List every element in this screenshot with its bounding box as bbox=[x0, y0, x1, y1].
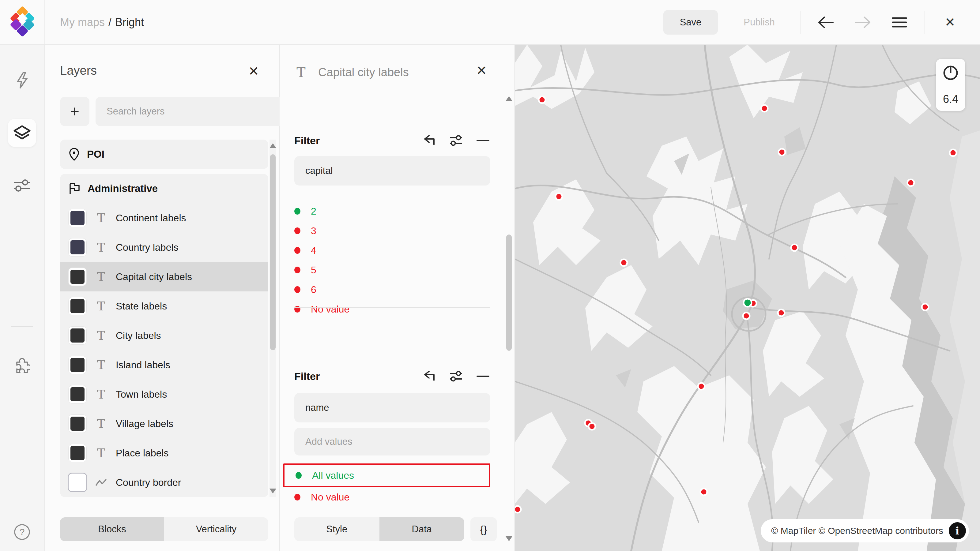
undo-arrow-icon[interactable] bbox=[814, 11, 838, 34]
filter-settings-icon[interactable] bbox=[449, 370, 463, 383]
layer-row[interactable]: TCity labels bbox=[60, 321, 268, 350]
quick-actions-button[interactable] bbox=[8, 66, 36, 94]
publish-button[interactable]: Publish bbox=[731, 10, 787, 35]
breadcrumb-my-maps[interactable]: My maps bbox=[60, 16, 105, 29]
layer-visibility-swatch[interactable] bbox=[68, 268, 86, 286]
layer-visibility-swatch[interactable] bbox=[68, 297, 86, 315]
layer-row[interactable]: TVillage labels bbox=[60, 409, 268, 438]
layer-group-poi[interactable]: POI bbox=[60, 140, 268, 169]
map-marker-red[interactable] bbox=[589, 423, 595, 430]
detail-panel-title: Capital city labels bbox=[318, 66, 409, 79]
filter-value-row[interactable]: 5 bbox=[283, 260, 490, 280]
layer-row[interactable]: Country border bbox=[60, 468, 268, 497]
layer-row[interactable]: TTown labels bbox=[60, 380, 268, 409]
layer-row[interactable]: TContinent labels bbox=[60, 203, 268, 233]
map-marker-red[interactable] bbox=[743, 313, 750, 319]
scroll-down-arrow[interactable] bbox=[506, 536, 512, 541]
layer-visibility-swatch[interactable] bbox=[68, 385, 86, 403]
redo-arrow-icon[interactable] bbox=[851, 11, 874, 34]
layer-visibility-swatch[interactable] bbox=[68, 444, 86, 462]
map-marker-red[interactable] bbox=[698, 383, 705, 390]
attribution-text[interactable]: © MapTiler © OpenStreetMap contributors bbox=[771, 526, 943, 536]
menu-icon[interactable] bbox=[888, 11, 911, 34]
save-button[interactable]: Save bbox=[663, 10, 718, 35]
filter-field-input[interactable] bbox=[294, 156, 490, 186]
layers-panel-button[interactable] bbox=[8, 119, 36, 147]
filter-value-row[interactable]: 2 bbox=[283, 202, 490, 221]
value-dot bbox=[294, 247, 301, 254]
breadcrumb-separator: / bbox=[108, 16, 111, 29]
detail-panel-close-icon[interactable]: ✕ bbox=[476, 64, 487, 77]
layer-row[interactable]: TCountry labels bbox=[60, 233, 268, 262]
add-layer-button[interactable]: + bbox=[60, 97, 89, 126]
filter-value-row[interactable]: 6 bbox=[283, 280, 490, 299]
map-marker-red[interactable] bbox=[922, 304, 929, 310]
scroll-up-arrow[interactable] bbox=[269, 143, 276, 148]
layer-row[interactable]: TCapital city labels bbox=[60, 262, 268, 291]
filter-value-row[interactable]: 3 bbox=[283, 221, 490, 241]
layer-visibility-swatch[interactable] bbox=[68, 473, 86, 491]
layers-panel-close-icon[interactable]: ✕ bbox=[248, 65, 259, 78]
map-marker-red[interactable] bbox=[778, 310, 784, 316]
tab-blocks[interactable]: Blocks bbox=[60, 517, 164, 541]
filter-value-row[interactable]: All values bbox=[283, 464, 490, 487]
top-bar: My maps / Bright Save Publish ✕ bbox=[0, 0, 980, 45]
plugins-button[interactable] bbox=[8, 351, 36, 379]
layer-visibility-swatch[interactable] bbox=[68, 209, 86, 227]
layers-scrollbar[interactable] bbox=[269, 140, 276, 497]
remove-filter-icon[interactable] bbox=[476, 134, 490, 147]
reset-filter-icon[interactable] bbox=[422, 134, 436, 147]
maptiler-logo[interactable] bbox=[0, 0, 45, 44]
layer-visibility-swatch[interactable] bbox=[68, 238, 86, 256]
map-marker-red[interactable] bbox=[950, 149, 956, 156]
layer-visibility-swatch[interactable] bbox=[68, 415, 86, 432]
map-marker-red[interactable] bbox=[778, 149, 785, 156]
map-render bbox=[515, 45, 980, 551]
layer-row[interactable]: TIsland labels bbox=[60, 350, 268, 380]
filter-settings-icon[interactable] bbox=[449, 134, 463, 147]
info-icon[interactable]: i bbox=[949, 522, 966, 539]
map-zoom-control[interactable]: 6.4 bbox=[936, 59, 965, 111]
json-editor-button[interactable]: {} bbox=[470, 517, 497, 541]
scroll-up-arrow[interactable] bbox=[506, 96, 512, 101]
tab-data[interactable]: Data bbox=[379, 517, 465, 541]
settings-panel-button[interactable] bbox=[8, 171, 36, 200]
map-marker-red[interactable] bbox=[515, 506, 521, 513]
map-marker-red[interactable] bbox=[907, 179, 914, 186]
topbar-divider bbox=[800, 11, 801, 34]
filter-value-row[interactable]: 4 bbox=[283, 241, 490, 260]
close-editor-icon[interactable]: ✕ bbox=[939, 11, 962, 34]
administrative-group-header[interactable]: Administrative bbox=[60, 174, 268, 203]
scroll-down-arrow[interactable] bbox=[269, 489, 276, 494]
map-marker-red[interactable] bbox=[620, 259, 627, 266]
map-marker-red[interactable] bbox=[555, 193, 562, 200]
layer-row[interactable]: TPlace labels bbox=[60, 438, 268, 468]
detail-scrollbar-thumb[interactable] bbox=[506, 235, 512, 351]
map-canvas[interactable]: 6.4 © MapTiler © OpenStreetMap contribut… bbox=[515, 45, 980, 551]
map-marker-red[interactable] bbox=[539, 97, 546, 103]
bearing-reset-icon[interactable] bbox=[943, 59, 959, 87]
value-label: No value bbox=[311, 304, 350, 315]
help-button[interactable]: ? bbox=[8, 518, 36, 546]
add-values-input[interactable] bbox=[294, 428, 490, 456]
remove-filter-icon[interactable] bbox=[476, 370, 490, 383]
map-marker-green[interactable] bbox=[744, 299, 751, 307]
map-marker-red[interactable] bbox=[791, 244, 798, 251]
tab-verticality[interactable]: Verticality bbox=[164, 517, 268, 541]
filter-value-row[interactable]: No value bbox=[283, 299, 490, 319]
value-dot bbox=[294, 286, 301, 293]
filter-value-row[interactable]: No value bbox=[283, 487, 490, 507]
layer-visibility-swatch[interactable] bbox=[68, 356, 86, 374]
map-marker-red[interactable] bbox=[761, 105, 768, 112]
breadcrumb-map-name[interactable]: Bright bbox=[115, 16, 144, 29]
tab-style[interactable]: Style bbox=[294, 517, 379, 541]
reset-filter-icon[interactable] bbox=[422, 370, 436, 383]
filter-field-input[interactable] bbox=[294, 393, 490, 422]
map-marker-red[interactable] bbox=[700, 489, 707, 495]
layer-row[interactable]: TState labels bbox=[60, 291, 268, 321]
layers-scrollbar-thumb[interactable] bbox=[270, 154, 275, 350]
detail-scrollbar[interactable] bbox=[506, 94, 512, 544]
text-layer-icon: T bbox=[294, 65, 308, 80]
layer-visibility-swatch[interactable] bbox=[68, 327, 86, 345]
search-layers-input[interactable] bbox=[95, 97, 298, 126]
